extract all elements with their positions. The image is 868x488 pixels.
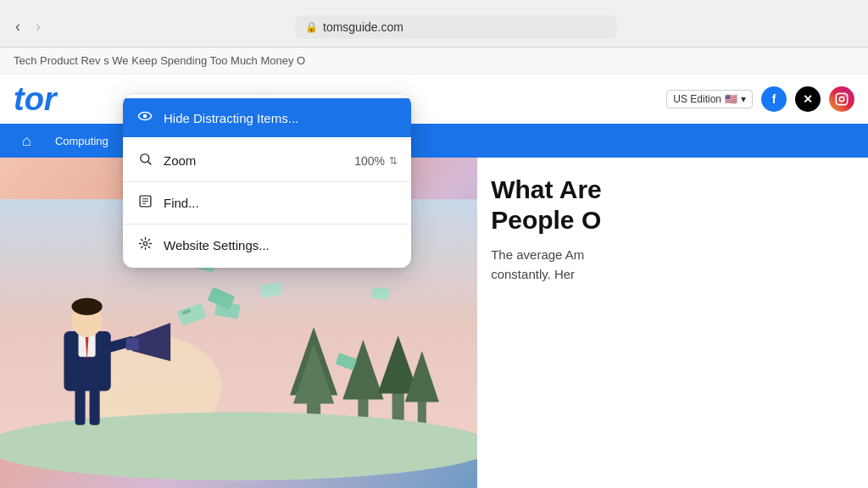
nav-home-button[interactable]: ⌂ <box>14 127 40 155</box>
zoom-icon <box>136 152 153 169</box>
x-icon[interactable]: ✕ <box>795 86 821 112</box>
zoom-value: 100% ⇅ <box>354 154 398 168</box>
article-excerpt-line1: The average Am <box>491 246 854 265</box>
menu-divider-1 <box>123 139 411 140</box>
edition-chevron-icon: ▾ <box>741 93 746 105</box>
address-bar[interactable]: 🔒 tomsguide.com <box>295 15 617 39</box>
site-header-right: US Edition 🇺🇸 ▾ f ✕ <box>666 86 854 112</box>
webpage: Tech Product Rev s We Keep Spending Too … <box>0 47 868 488</box>
back-button[interactable]: ‹ <box>10 16 25 37</box>
site-top-bar: Tech Product Rev s We Keep Spending Too … <box>0 47 868 75</box>
svg-point-1 <box>839 97 843 101</box>
find-label: Find... <box>164 196 398 210</box>
svg-point-14 <box>0 413 477 480</box>
browser-chrome: ‹ › 🔒 tomsguide.com <box>0 0 868 47</box>
site-logo: tor <box>14 83 57 115</box>
edition-flag: 🇺🇸 <box>725 93 737 105</box>
article-title: What Are People O <box>491 175 854 236</box>
address-bar-container: 🔒 tomsguide.com <box>54 15 858 39</box>
svg-point-21 <box>71 298 102 315</box>
svg-point-40 <box>143 114 147 119</box>
url-text: tomsguide.com <box>323 20 403 34</box>
edition-label: US Edition <box>673 93 721 105</box>
article-excerpt-line2: constantly. Her <box>491 265 854 285</box>
menu-divider-3 <box>123 224 411 225</box>
eye-icon <box>136 108 153 127</box>
nav-buttons: ‹ › <box>10 16 46 37</box>
article-title-line2: People O <box>491 205 854 236</box>
forward-button[interactable]: › <box>31 16 46 37</box>
instagram-icon[interactable] <box>829 86 854 112</box>
menu-divider-2 <box>123 181 411 182</box>
article-excerpt: The average Am constantly. Her <box>491 246 854 284</box>
find-icon <box>136 194 153 212</box>
edition-badge[interactable]: US Edition 🇺🇸 ▾ <box>666 90 753 108</box>
svg-rect-24 <box>126 338 139 350</box>
menu-item-website-settings[interactable]: Website Settings... <box>123 226 411 264</box>
menu-item-hide-distracting[interactable]: Hide Distracting Items... <box>123 98 411 137</box>
svg-point-2 <box>844 96 846 97</box>
hide-distracting-label: Hide Distracting Items... <box>164 111 398 125</box>
svg-point-47 <box>143 241 147 245</box>
article-title-line1: What Are <box>491 175 854 205</box>
nav-item-computing[interactable]: Computing <box>43 128 120 154</box>
zoom-label: Zoom <box>164 153 344 168</box>
menu-item-find[interactable]: Find... <box>123 184 411 222</box>
lock-icon: 🔒 <box>305 21 318 33</box>
settings-icon <box>136 236 153 254</box>
svg-rect-38 <box>371 286 390 300</box>
svg-rect-0 <box>836 93 847 104</box>
website-settings-label: Website Settings... <box>164 238 398 252</box>
svg-line-42 <box>147 162 150 164</box>
menu-item-zoom[interactable]: Zoom 100% ⇅ <box>123 141 411 180</box>
facebook-icon[interactable]: f <box>761 86 787 112</box>
dropdown-menu: Hide Distracting Items... Zoom 100% ⇅ <box>123 95 411 268</box>
zoom-stepper-icon: ⇅ <box>389 155 398 167</box>
article-text: What Are People O The average Am constan… <box>477 158 868 488</box>
top-bar-text: Tech Product Rev s We Keep Spending Too … <box>14 54 305 67</box>
